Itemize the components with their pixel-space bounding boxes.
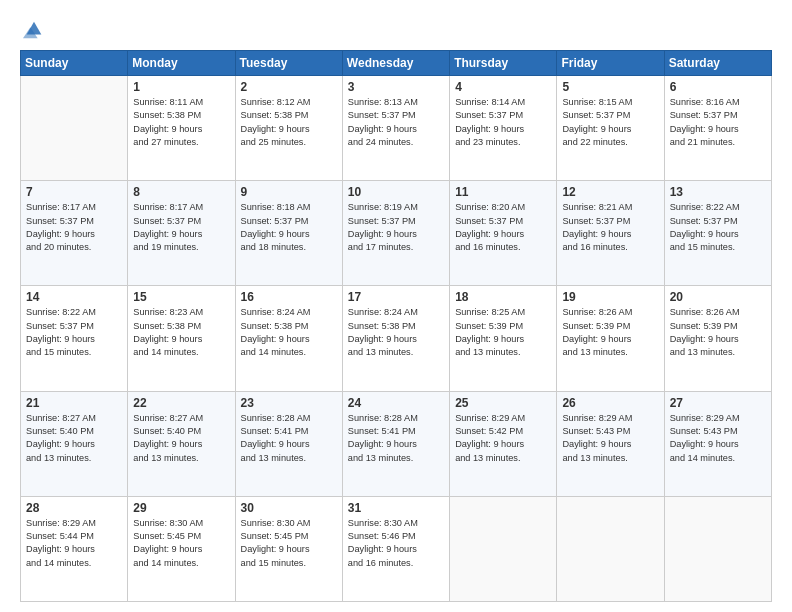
day-number: 10 [348, 185, 444, 199]
day-cell: 6Sunrise: 8:16 AM Sunset: 5:37 PM Daylig… [664, 76, 771, 181]
day-number: 24 [348, 396, 444, 410]
day-cell: 21Sunrise: 8:27 AM Sunset: 5:40 PM Dayli… [21, 391, 128, 496]
day-content: Sunrise: 8:28 AM Sunset: 5:41 PM Dayligh… [348, 412, 444, 465]
day-cell: 2Sunrise: 8:12 AM Sunset: 5:38 PM Daylig… [235, 76, 342, 181]
header-row: SundayMondayTuesdayWednesdayThursdayFrid… [21, 51, 772, 76]
calendar-page: SundayMondayTuesdayWednesdayThursdayFrid… [0, 0, 792, 612]
day-cell: 12Sunrise: 8:21 AM Sunset: 5:37 PM Dayli… [557, 181, 664, 286]
day-content: Sunrise: 8:29 AM Sunset: 5:43 PM Dayligh… [670, 412, 766, 465]
day-content: Sunrise: 8:17 AM Sunset: 5:37 PM Dayligh… [26, 201, 122, 254]
day-number: 28 [26, 501, 122, 515]
day-number: 21 [26, 396, 122, 410]
day-number: 30 [241, 501, 337, 515]
day-content: Sunrise: 8:23 AM Sunset: 5:38 PM Dayligh… [133, 306, 229, 359]
day-number: 29 [133, 501, 229, 515]
day-content: Sunrise: 8:16 AM Sunset: 5:37 PM Dayligh… [670, 96, 766, 149]
day-cell: 11Sunrise: 8:20 AM Sunset: 5:37 PM Dayli… [450, 181, 557, 286]
day-number: 1 [133, 80, 229, 94]
day-cell [21, 76, 128, 181]
day-content: Sunrise: 8:30 AM Sunset: 5:46 PM Dayligh… [348, 517, 444, 570]
day-content: Sunrise: 8:29 AM Sunset: 5:43 PM Dayligh… [562, 412, 658, 465]
day-content: Sunrise: 8:13 AM Sunset: 5:37 PM Dayligh… [348, 96, 444, 149]
day-content: Sunrise: 8:24 AM Sunset: 5:38 PM Dayligh… [241, 306, 337, 359]
col-header-saturday: Saturday [664, 51, 771, 76]
day-content: Sunrise: 8:27 AM Sunset: 5:40 PM Dayligh… [26, 412, 122, 465]
day-number: 2 [241, 80, 337, 94]
day-cell: 4Sunrise: 8:14 AM Sunset: 5:37 PM Daylig… [450, 76, 557, 181]
day-number: 7 [26, 185, 122, 199]
day-number: 5 [562, 80, 658, 94]
day-cell: 3Sunrise: 8:13 AM Sunset: 5:37 PM Daylig… [342, 76, 449, 181]
day-cell: 25Sunrise: 8:29 AM Sunset: 5:42 PM Dayli… [450, 391, 557, 496]
day-content: Sunrise: 8:26 AM Sunset: 5:39 PM Dayligh… [562, 306, 658, 359]
day-number: 16 [241, 290, 337, 304]
day-content: Sunrise: 8:22 AM Sunset: 5:37 PM Dayligh… [26, 306, 122, 359]
day-cell: 7Sunrise: 8:17 AM Sunset: 5:37 PM Daylig… [21, 181, 128, 286]
day-content: Sunrise: 8:30 AM Sunset: 5:45 PM Dayligh… [241, 517, 337, 570]
day-content: Sunrise: 8:29 AM Sunset: 5:42 PM Dayligh… [455, 412, 551, 465]
col-header-monday: Monday [128, 51, 235, 76]
day-content: Sunrise: 8:17 AM Sunset: 5:37 PM Dayligh… [133, 201, 229, 254]
col-header-friday: Friday [557, 51, 664, 76]
day-number: 6 [670, 80, 766, 94]
day-number: 11 [455, 185, 551, 199]
day-number: 26 [562, 396, 658, 410]
day-content: Sunrise: 8:15 AM Sunset: 5:37 PM Dayligh… [562, 96, 658, 149]
day-cell [557, 496, 664, 601]
col-header-tuesday: Tuesday [235, 51, 342, 76]
week-row-1: 1Sunrise: 8:11 AM Sunset: 5:38 PM Daylig… [21, 76, 772, 181]
week-row-3: 14Sunrise: 8:22 AM Sunset: 5:37 PM Dayli… [21, 286, 772, 391]
day-cell: 13Sunrise: 8:22 AM Sunset: 5:37 PM Dayli… [664, 181, 771, 286]
day-cell: 20Sunrise: 8:26 AM Sunset: 5:39 PM Dayli… [664, 286, 771, 391]
day-content: Sunrise: 8:30 AM Sunset: 5:45 PM Dayligh… [133, 517, 229, 570]
week-row-2: 7Sunrise: 8:17 AM Sunset: 5:37 PM Daylig… [21, 181, 772, 286]
day-cell: 16Sunrise: 8:24 AM Sunset: 5:38 PM Dayli… [235, 286, 342, 391]
day-content: Sunrise: 8:28 AM Sunset: 5:41 PM Dayligh… [241, 412, 337, 465]
calendar-table: SundayMondayTuesdayWednesdayThursdayFrid… [20, 50, 772, 602]
day-content: Sunrise: 8:11 AM Sunset: 5:38 PM Dayligh… [133, 96, 229, 149]
day-number: 27 [670, 396, 766, 410]
logo-icon [23, 18, 45, 40]
day-cell: 29Sunrise: 8:30 AM Sunset: 5:45 PM Dayli… [128, 496, 235, 601]
logo [20, 16, 45, 40]
col-header-thursday: Thursday [450, 51, 557, 76]
day-cell: 15Sunrise: 8:23 AM Sunset: 5:38 PM Dayli… [128, 286, 235, 391]
day-number: 17 [348, 290, 444, 304]
day-number: 25 [455, 396, 551, 410]
week-row-5: 28Sunrise: 8:29 AM Sunset: 5:44 PM Dayli… [21, 496, 772, 601]
day-cell: 30Sunrise: 8:30 AM Sunset: 5:45 PM Dayli… [235, 496, 342, 601]
day-number: 9 [241, 185, 337, 199]
day-cell: 22Sunrise: 8:27 AM Sunset: 5:40 PM Dayli… [128, 391, 235, 496]
col-header-wednesday: Wednesday [342, 51, 449, 76]
day-content: Sunrise: 8:27 AM Sunset: 5:40 PM Dayligh… [133, 412, 229, 465]
day-cell [450, 496, 557, 601]
day-cell: 27Sunrise: 8:29 AM Sunset: 5:43 PM Dayli… [664, 391, 771, 496]
day-number: 15 [133, 290, 229, 304]
day-cell: 9Sunrise: 8:18 AM Sunset: 5:37 PM Daylig… [235, 181, 342, 286]
day-cell: 10Sunrise: 8:19 AM Sunset: 5:37 PM Dayli… [342, 181, 449, 286]
day-content: Sunrise: 8:18 AM Sunset: 5:37 PM Dayligh… [241, 201, 337, 254]
day-number: 4 [455, 80, 551, 94]
day-cell: 18Sunrise: 8:25 AM Sunset: 5:39 PM Dayli… [450, 286, 557, 391]
day-content: Sunrise: 8:24 AM Sunset: 5:38 PM Dayligh… [348, 306, 444, 359]
day-number: 12 [562, 185, 658, 199]
week-row-4: 21Sunrise: 8:27 AM Sunset: 5:40 PM Dayli… [21, 391, 772, 496]
day-cell: 26Sunrise: 8:29 AM Sunset: 5:43 PM Dayli… [557, 391, 664, 496]
day-content: Sunrise: 8:12 AM Sunset: 5:38 PM Dayligh… [241, 96, 337, 149]
day-content: Sunrise: 8:25 AM Sunset: 5:39 PM Dayligh… [455, 306, 551, 359]
day-cell: 8Sunrise: 8:17 AM Sunset: 5:37 PM Daylig… [128, 181, 235, 286]
day-number: 31 [348, 501, 444, 515]
day-content: Sunrise: 8:22 AM Sunset: 5:37 PM Dayligh… [670, 201, 766, 254]
day-number: 19 [562, 290, 658, 304]
day-cell: 19Sunrise: 8:26 AM Sunset: 5:39 PM Dayli… [557, 286, 664, 391]
day-cell: 28Sunrise: 8:29 AM Sunset: 5:44 PM Dayli… [21, 496, 128, 601]
day-number: 23 [241, 396, 337, 410]
day-content: Sunrise: 8:26 AM Sunset: 5:39 PM Dayligh… [670, 306, 766, 359]
header [20, 16, 772, 40]
day-number: 8 [133, 185, 229, 199]
day-content: Sunrise: 8:14 AM Sunset: 5:37 PM Dayligh… [455, 96, 551, 149]
day-number: 14 [26, 290, 122, 304]
day-content: Sunrise: 8:21 AM Sunset: 5:37 PM Dayligh… [562, 201, 658, 254]
day-cell: 24Sunrise: 8:28 AM Sunset: 5:41 PM Dayli… [342, 391, 449, 496]
day-number: 3 [348, 80, 444, 94]
